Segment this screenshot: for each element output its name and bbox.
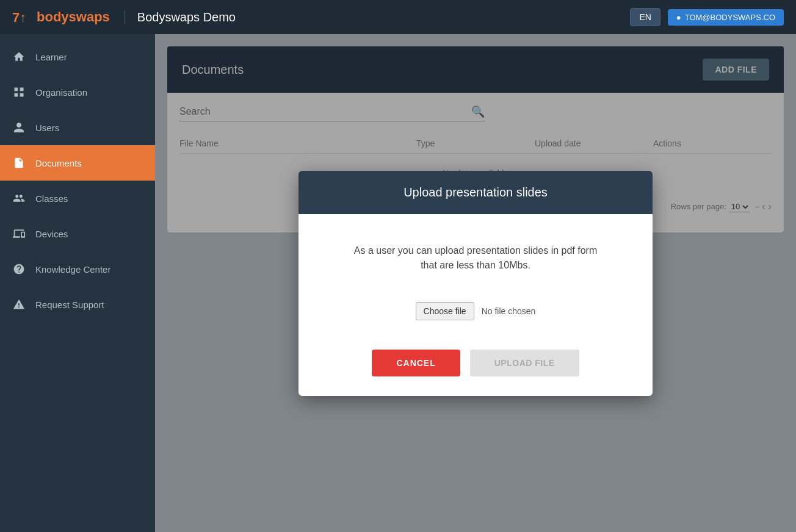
modal-body: As a user you can upload presentation sl… <box>298 214 653 396</box>
sidebar-item-learner[interactable]: Learner <box>0 39 155 74</box>
content-area: Documents ADD FILE 🔍 File Name Type Uplo… <box>155 34 796 532</box>
sidebar-label-users: Users <box>35 123 59 133</box>
sidebar-label-knowledge-center: Knowledge Center <box>35 264 110 275</box>
svg-text:7↑: 7↑ <box>12 10 26 25</box>
logo-text: bodyswaps <box>37 9 110 25</box>
sidebar-label-organisation: Organisation <box>35 87 87 98</box>
cancel-button[interactable]: CANCEL <box>372 350 460 376</box>
choose-file-button[interactable]: Choose file <box>416 302 474 320</box>
no-file-text: No file chosen <box>482 306 536 316</box>
user-account-button[interactable]: ● TOM@BODYSWAPS.CO <box>668 9 784 26</box>
sidebar-item-organisation[interactable]: Organisation <box>0 74 155 110</box>
logo: 7↑ bodyswaps <box>12 7 110 27</box>
header-right: EN ● TOM@BODYSWAPS.CO <box>630 8 784 26</box>
sidebar-item-documents[interactable]: Documents <box>0 145 155 181</box>
sidebar-label-request-support: Request Support <box>35 300 104 310</box>
question-icon <box>12 262 26 276</box>
logo-icon: 7↑ <box>12 7 32 27</box>
modal-title: Upload presentation slides <box>403 185 548 199</box>
document-icon <box>12 156 26 170</box>
upload-button[interactable]: UPLOAD FILE <box>470 350 579 376</box>
sidebar-label-devices: Devices <box>35 229 68 239</box>
header-left: 7↑ bodyswaps Bodyswaps Demo <box>12 7 236 27</box>
sidebar-item-classes[interactable]: Classes <box>0 181 155 216</box>
modal-header: Upload presentation slides <box>298 171 653 214</box>
modal-overlay: Upload presentation slides As a user you… <box>155 34 796 532</box>
person-icon <box>12 121 26 134</box>
sidebar-item-users[interactable]: Users <box>0 110 155 145</box>
home-icon <box>12 50 26 63</box>
sidebar-item-knowledge-center[interactable]: Knowledge Center <box>0 251 155 287</box>
sidebar-item-devices[interactable]: Devices <box>0 216 155 251</box>
upload-modal: Upload presentation slides As a user you… <box>298 171 653 396</box>
devices-icon <box>12 227 26 240</box>
user-email: TOM@BODYSWAPS.CO <box>685 13 775 22</box>
sidebar-label-classes: Classes <box>35 193 68 204</box>
sidebar-label-learner: Learner <box>35 52 67 62</box>
file-input-row: Choose file No file chosen <box>416 302 536 320</box>
main-layout: Learner Organisation Users Documents Cla <box>0 34 796 532</box>
group-icon <box>12 192 26 205</box>
modal-actions: CANCEL UPLOAD FILE <box>372 350 579 376</box>
account-icon: ● <box>676 13 681 22</box>
header: 7↑ bodyswaps Bodyswaps Demo EN ● TOM@BOD… <box>0 0 796 34</box>
modal-description: As a user you can upload presentation sl… <box>347 243 604 273</box>
language-button[interactable]: EN <box>630 8 660 26</box>
sidebar-item-request-support[interactable]: Request Support <box>0 287 155 322</box>
grid-icon <box>12 85 26 99</box>
sidebar-label-documents: Documents <box>35 158 82 168</box>
sidebar: Learner Organisation Users Documents Cla <box>0 34 155 532</box>
app-title: Bodyswaps Demo <box>125 10 236 24</box>
warning-icon <box>12 298 26 311</box>
